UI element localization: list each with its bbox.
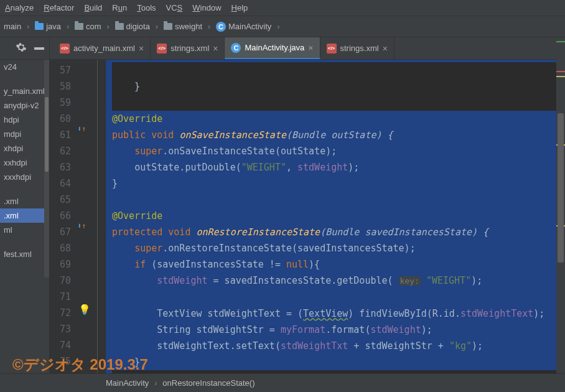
override-icon[interactable]: ⬇↑ [77, 222, 86, 230]
tree-item[interactable]: y_main.xml [0, 84, 49, 98]
bc-class[interactable]: MainActivity [106, 378, 149, 388]
folder-icon [115, 23, 124, 30]
scrollbar-thumb[interactable] [558, 113, 564, 263]
tree-item[interactable]: xhdpi [0, 141, 49, 156]
close-icon[interactable]: × [308, 43, 313, 53]
lightbulb-icon[interactable]: 💡 [78, 304, 91, 315]
bc-method[interactable]: onRestoreInstanceState() [162, 378, 254, 388]
xml-icon: </> [327, 44, 337, 54]
bc-digiota[interactable]: digiota [115, 22, 150, 31]
tree-item-selected[interactable]: .xml [0, 208, 49, 223]
bc-java[interactable]: java [35, 22, 61, 31]
menu-tools[interactable]: Tools [137, 3, 156, 12]
chevron-right-icon: › [105, 22, 111, 32]
menu-build[interactable]: Build [84, 3, 102, 12]
chevron-right-icon: › [206, 22, 212, 32]
project-tool-window: v24 y_main.xml anydpi-v2 hdpi mdpi xhdpi… [0, 37, 50, 373]
xml-icon: </> [60, 44, 70, 54]
menu-run[interactable]: Run [112, 3, 127, 12]
tree-item[interactable]: xxxhdpi [0, 170, 49, 184]
tab-strings1[interactable]: </> strings.xml × [151, 37, 225, 59]
chevron-right-icon: › [154, 22, 160, 32]
folder-icon [75, 23, 83, 30]
chevron-right-icon: › [25, 22, 31, 32]
menu-refactor[interactable]: Refactor [44, 3, 74, 12]
code-editor[interactable]: 5758596061626364656667686970717273747576… [50, 60, 565, 373]
line-gutter: 5758596061626364656667686970717273747576 [50, 60, 75, 373]
close-icon[interactable]: × [213, 44, 218, 54]
tree-item[interactable]: .xml [0, 194, 49, 208]
tab-label: strings.xml [340, 44, 379, 53]
xml-icon: </> [157, 44, 167, 54]
menu-help[interactable]: Help [231, 3, 248, 12]
bc-mainactivity[interactable]: CMainActivity [216, 22, 271, 32]
editor-scrollbar[interactable] [556, 39, 565, 373]
tree-item[interactable]: v24 [0, 60, 49, 74]
watermark-text: ©デジオタ 2019.3.7 [12, 355, 148, 375]
tree-item[interactable]: hdpi [0, 113, 49, 127]
scrollbar-thumb[interactable] [45, 97, 49, 172]
editor-area: </> activity_main.xml × </> strings.xml … [50, 37, 565, 373]
folder-icon [164, 23, 172, 30]
tree-item[interactable]: anydpi-v2 [0, 98, 49, 113]
menu-window[interactable]: Window [192, 3, 221, 12]
class-icon: C [231, 43, 241, 53]
menu-analyze[interactable]: Analyze [5, 3, 34, 12]
tab-mainactivity[interactable]: C MainActivity.java × [225, 37, 320, 59]
tab-strings2[interactable]: </> strings.xml × [320, 37, 395, 59]
editor-tabs: </> activity_main.xml × </> strings.xml … [50, 37, 565, 60]
navigation-breadcrumbs: main › java › com › digiota › sweight › … [0, 16, 565, 37]
icon-gutter: ⬇↑ ⬇↑ 💡 [75, 60, 106, 373]
tab-label: activity_main.xml [73, 44, 135, 53]
tab-activity-main[interactable]: </> activity_main.xml × [54, 37, 151, 59]
tree-item[interactable]: mdpi [0, 127, 49, 141]
chevron-right-icon: › [275, 22, 281, 32]
close-icon[interactable]: × [383, 44, 388, 54]
code-content[interactable]: } @Override public void onSaveInstanceSt… [106, 60, 565, 373]
tree-item[interactable]: xxhdpi [0, 156, 49, 170]
tab-label: strings.xml [170, 44, 209, 53]
bc-main[interactable]: main [4, 22, 21, 31]
tree-item[interactable]: fest.xml [0, 247, 49, 261]
tab-label: MainActivity.java [245, 43, 304, 52]
folder-icon [35, 23, 44, 30]
close-icon[interactable]: × [139, 44, 144, 54]
gear-icon[interactable] [16, 42, 27, 55]
override-icon[interactable]: ⬇↑ [77, 124, 86, 133]
minimize-icon[interactable] [34, 47, 44, 50]
project-scrollbar[interactable] [44, 60, 49, 278]
bottom-breadcrumbs: MainActivity › onRestoreInstanceState() [0, 373, 565, 392]
chevron-right-icon: › [65, 22, 71, 32]
main-menu-bar: Analyze Refactor Build Run Tools VCS Win… [0, 0, 565, 16]
project-tree[interactable]: v24 y_main.xml anydpi-v2 hdpi mdpi xhdpi… [0, 60, 49, 261]
class-icon: C [216, 22, 226, 32]
bc-com[interactable]: com [75, 22, 101, 31]
menu-vcs[interactable]: VCS [166, 3, 183, 12]
bc-sweight[interactable]: sweight [164, 22, 202, 31]
chevron-right-icon: › [152, 378, 159, 388]
tree-item[interactable]: ml [0, 223, 49, 237]
